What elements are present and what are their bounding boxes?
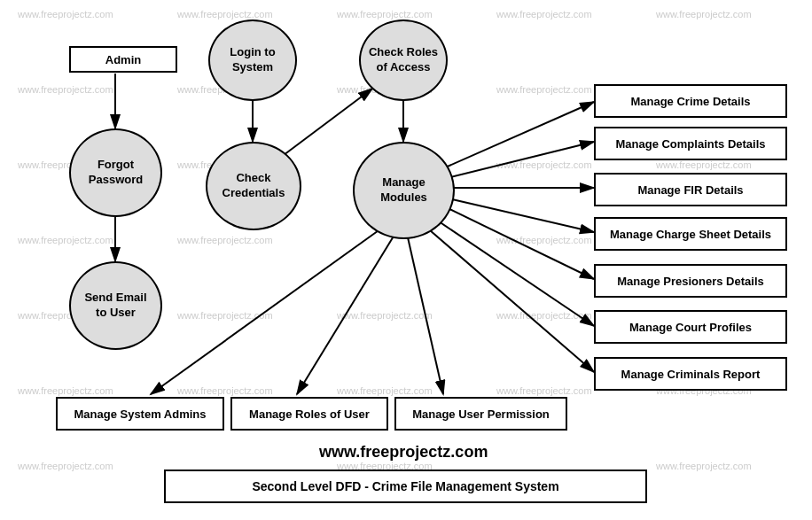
svg-line-12 <box>151 229 381 394</box>
svg-line-8 <box>452 199 594 232</box>
manage-fir-rect: Manage FIR Details <box>594 173 787 206</box>
manage-roles-rect: Manage Roles of User <box>230 397 388 431</box>
login-circle: Login to System <box>208 19 297 101</box>
svg-line-13 <box>297 235 394 394</box>
watermark: www.freeprojectz.com <box>496 9 592 19</box>
manage-crime-rect: Manage Crime Details <box>594 84 787 118</box>
watermark: www.freeprojectz.com <box>656 159 752 170</box>
manage-complaints-rect: Manage Complaints Details <box>594 127 787 160</box>
watermark: www.freeprojectz.com <box>656 461 752 471</box>
svg-line-9 <box>448 208 594 279</box>
watermark: www.freeprojectz.com <box>496 310 592 321</box>
watermark: www.freeprojectz.com <box>18 385 113 396</box>
watermark: www.freeprojectz.com <box>337 9 433 19</box>
manage-permission-rect: Manage User Permission <box>394 397 567 431</box>
site-label: www.freeprojectz.com <box>319 443 488 462</box>
watermark: www.freeprojectz.com <box>177 9 273 19</box>
check-roles-circle: Check Roles of Access <box>359 19 448 101</box>
svg-line-14 <box>408 237 443 394</box>
watermark: www.freeprojectz.com <box>177 385 273 396</box>
svg-line-11 <box>430 230 594 372</box>
watermark: www.freeprojectz.com <box>496 235 592 245</box>
manage-system-admins-rect: Manage System Admins <box>56 397 224 431</box>
watermark: www.freeprojectz.com <box>337 385 433 396</box>
manage-charge-rect: Manage Charge Sheet Details <box>594 217 787 251</box>
watermark: www.freeprojectz.com <box>496 385 592 396</box>
watermark: www.freeprojectz.com <box>18 9 113 19</box>
watermark: www.freeprojectz.com <box>656 9 752 19</box>
manage-criminals-rect: Manage Criminals Report <box>594 357 787 391</box>
send-email-circle: Send Email to User <box>69 261 162 350</box>
svg-line-6 <box>450 142 594 177</box>
watermark: www.freeprojectz.com <box>496 84 592 95</box>
watermark: www.freeprojectz.com <box>18 84 113 95</box>
watermark: www.freeprojectz.com <box>18 461 113 471</box>
title-rect: Second Level DFD - Crime File Management… <box>164 470 647 503</box>
watermark: www.freeprojectz.com <box>177 235 273 245</box>
check-credentials-circle: Check Credentials <box>206 142 301 230</box>
manage-modules-circle: Manage Modules <box>353 142 455 239</box>
svg-line-10 <box>439 221 594 326</box>
watermark: www.freeprojectz.com <box>177 310 273 321</box>
watermark: www.freeprojectz.com <box>496 159 592 170</box>
svg-line-5 <box>443 102 594 168</box>
watermark: www.freeprojectz.com <box>337 310 433 321</box>
svg-line-3 <box>284 89 372 155</box>
forgot-password-circle: Forgot Password <box>69 128 162 217</box>
watermark: www.freeprojectz.com <box>18 235 113 245</box>
admin-rect: Admin <box>69 46 177 73</box>
manage-prisoners-rect: Manage Presioners Details <box>594 264 787 298</box>
manage-court-rect: Manage Court Profiles <box>594 310 787 344</box>
